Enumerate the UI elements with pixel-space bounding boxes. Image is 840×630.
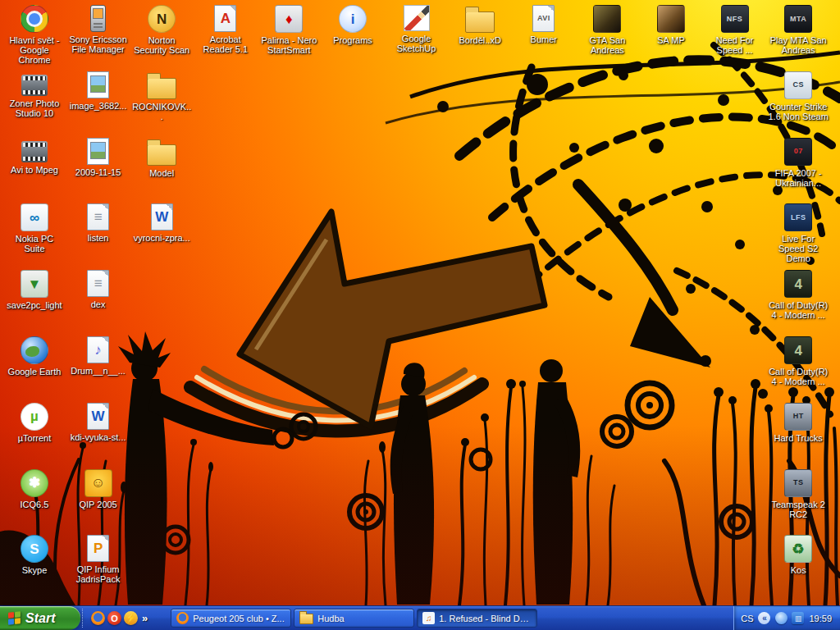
- desktop-icon-bordel[interactable]: Borděl..xD: [449, 5, 511, 45]
- desktop-icon-label: Call of Duty(R) 4 - Modern ...: [767, 300, 829, 320]
- video-converter-icon: [21, 141, 48, 162]
- skype-icon: S: [21, 535, 48, 563]
- icq-flower-icon: ✽: [21, 469, 48, 497]
- desktop-icon-label: 2009-11-15: [67, 167, 130, 177]
- desktop-icon-model[interactable]: Model: [130, 138, 193, 178]
- desktop-icon-rocnikovk[interactable]: ROCNIKOVK...: [130, 71, 193, 121]
- desktop-icon-fifa[interactable]: 07FIFA 2007 - Ukrainian...: [767, 138, 829, 188]
- desktop-icon-nokia[interactable]: ∞Nokia PC Suite: [3, 203, 66, 253]
- desktop-icon-label: Borděl..xD: [449, 35, 511, 45]
- desktop-icon-mta[interactable]: MTAPlay MTA San Andreas: [767, 5, 829, 55]
- desktop-icon-nfs[interactable]: NFSNeed For Speed ...: [704, 5, 766, 55]
- desktop-icon-label: QIP Infium JadrisPack: [67, 564, 130, 584]
- desktop-icon-drum[interactable]: ♪Drum__n__...: [67, 336, 130, 376]
- desktop-icon-label: Teamspeak 2 RC2: [767, 500, 829, 519]
- network-tray-icon[interactable]: ▥: [792, 612, 804, 624]
- nokia-pc-suite-icon: ∞: [21, 203, 48, 231]
- task-buttons: Peugeot 205 club • Z...Hudba♫1. Refused …: [171, 606, 537, 630]
- hide-tray-icons-chevron[interactable]: «: [758, 612, 770, 624]
- desktop-icon-kos[interactable]: ♻Kos: [767, 535, 829, 575]
- desktop-icon-qipinfium[interactable]: PQIP Infium JadrisPack: [67, 535, 130, 584]
- cod4-icon: 4: [784, 270, 812, 298]
- taskbar-spacer: [537, 606, 733, 630]
- desktop-icon-teamspeak[interactable]: TSTeamspeak 2 RC2: [767, 469, 829, 519]
- desktop-icon-label: SA MP: [640, 35, 702, 45]
- kos-icon: ♻: [784, 535, 812, 563]
- desktop-icons: Hlavní svět - Google ChromeZoner Photo S…: [0, 0, 840, 605]
- desktop-icon-label: GTA San Andreas: [576, 35, 638, 55]
- desktop-icon-skype[interactable]: SSkype: [3, 535, 66, 575]
- desktop-icon-qip2005[interactable]: ☺QIP 2005: [67, 469, 130, 509]
- desktop-icon-programs[interactable]: iPrograms: [322, 5, 384, 45]
- desktop-icon-icq[interactable]: ✽ICQ6.5: [3, 469, 66, 509]
- language-indicator[interactable]: CS: [741, 614, 753, 623]
- desktop-icon-label: Hard Trucks: [767, 433, 829, 443]
- desktop-icon-cod4a[interactable]: 4Call of Duty(R) 4 - Modern ...: [767, 270, 829, 320]
- desktop-icon-avitompeg[interactable]: Avi to Mpeg: [3, 138, 66, 175]
- desktop-icon-label: Skype: [3, 565, 66, 575]
- opera-icon[interactable]: O: [107, 611, 121, 625]
- desktop-icon-norton[interactable]: NNorton Security Scan: [130, 5, 193, 55]
- desktop-icon-listen[interactable]: ≡listen: [67, 203, 130, 243]
- fifa-icon: 07: [784, 138, 812, 166]
- desktop-icon-label: Live For Speed S2 Demo: [767, 234, 829, 263]
- desktop-icon-label: Model: [130, 168, 193, 178]
- desktop-icon-label: Google Earth: [3, 367, 66, 377]
- desktop-icon-label: Norton Security Scan: [130, 35, 193, 55]
- taskbar-window-hudba[interactable]: Hudba: [294, 609, 414, 628]
- desktop-icon-bumer[interactable]: AVIBumer: [513, 5, 575, 44]
- info-icon: i: [339, 5, 367, 33]
- tray-icons: ▥: [775, 612, 804, 624]
- screen: Hlavní svět - Google ChromeZoner Photo S…: [0, 0, 840, 630]
- desktop-icon-label: Drum__n__...: [67, 366, 130, 376]
- desktop-icon-label: image_3682...: [67, 101, 130, 111]
- desktop-icon-nero[interactable]: ♦Palirna - Nero StartSmart: [258, 5, 320, 55]
- desktop-icon-label: µTorrent: [3, 433, 66, 443]
- text-file-icon: ≡: [87, 203, 109, 231]
- taskbar-window-refused[interactable]: ♫1. Refused - Blind Da...: [417, 609, 537, 628]
- desktop-icon-image3682[interactable]: image_3682...: [67, 71, 130, 111]
- desktop-icon-label: Need For Speed ...: [704, 35, 766, 55]
- audio-file-icon: ♪: [87, 336, 109, 363]
- messenger-tray-icon[interactable]: [775, 612, 788, 624]
- desktop-icon-lfs[interactable]: LFSLive For Speed S2 Demo: [767, 203, 829, 263]
- desktop-icon-gtasa[interactable]: GTA San Andreas: [576, 5, 638, 55]
- desktop-icon-label: Programs: [322, 35, 384, 45]
- desktop-icon-samp[interactable]: SA MP: [640, 5, 702, 45]
- desktop-icon-kdivyuka[interactable]: Wkdi-vyuka-st...: [67, 403, 130, 442]
- desktop-icon-sketchup[interactable]: Google SketchUp: [386, 5, 448, 53]
- desktop-icon-acrobat[interactable]: AAcrobat Reader 5.1: [194, 5, 257, 54]
- avi-file-icon: AVI: [532, 5, 555, 32]
- desktop-icon-vyrocni[interactable]: Wvyrocni-zpra...: [130, 203, 193, 243]
- desktop-icon-label: Hlavní svět - Google Chrome: [3, 35, 66, 65]
- word-document-icon: W: [151, 203, 173, 231]
- desktop-icon-img20091115[interactable]: 2009-11-15: [67, 138, 130, 177]
- image-file-icon: [87, 71, 109, 98]
- taskbar-window-label: Peugeot 205 club • Z...: [193, 614, 284, 623]
- system-tray: CS « ▥ 19:59: [733, 606, 840, 630]
- desktop-icon-cs16[interactable]: CSCounter Strike 1.6 Non Steam: [767, 71, 829, 121]
- start-button[interactable]: Start: [0, 606, 80, 630]
- firefox-icon[interactable]: [91, 611, 105, 625]
- hard-trucks-icon: HT: [784, 403, 812, 431]
- taskbar-window-peugeot[interactable]: Peugeot 205 club • Z...: [171, 609, 291, 628]
- qip-infium-icon: P: [87, 535, 109, 562]
- quick-launch-overflow-chevron[interactable]: »: [140, 612, 149, 624]
- desktop-icon-cod4b[interactable]: 4Call of Duty(R) 4 - Modern ...: [767, 336, 829, 386]
- desktop-icon-hardtrucks[interactable]: HTHard Trucks: [767, 403, 829, 443]
- desktop-icon-save2pc[interactable]: ▼save2pc_light: [3, 270, 66, 310]
- nfs-icon: NFS: [721, 5, 749, 33]
- desktop-icon-label: Nokia PC Suite: [3, 234, 66, 253]
- tray-clock[interactable]: 19:59: [809, 614, 832, 623]
- desktop-icon-zoner[interactable]: Zoner Photo Studio 10: [3, 71, 66, 118]
- image-file-icon: [87, 138, 109, 165]
- desktop-icon-utorrent[interactable]: µµTorrent: [3, 403, 66, 443]
- acrobat-icon: A: [214, 5, 236, 32]
- desktop-icon-earth[interactable]: Google Earth: [3, 336, 66, 377]
- gta-sa-icon: [593, 5, 621, 33]
- winamp-icon[interactable]: ⚡: [124, 611, 138, 625]
- desktop-icon-chrome[interactable]: Hlavní svět - Google Chrome: [3, 5, 66, 65]
- desktop[interactable]: Hlavní svět - Google ChromeZoner Photo S…: [0, 0, 840, 605]
- desktop-icon-sonyericsson[interactable]: Sony Ericsson File Manager: [67, 5, 130, 54]
- desktop-icon-dex[interactable]: ≡dex: [67, 270, 130, 309]
